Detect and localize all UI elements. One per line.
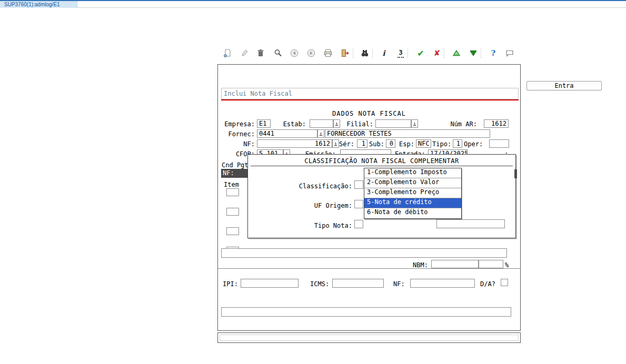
nf-label: NF: bbox=[222, 140, 255, 148]
item-grid-cell[interactable] bbox=[226, 208, 239, 216]
item-description-field[interactable] bbox=[221, 248, 507, 258]
item-grid-cell[interactable] bbox=[226, 188, 239, 196]
fornec-field[interactable]: 0441 bbox=[257, 129, 317, 138]
ser-label: Sér: bbox=[339, 140, 356, 148]
help-icon[interactable]: ? bbox=[488, 47, 499, 59]
item-label: Item bbox=[224, 180, 239, 189]
new-record-icon[interactable] bbox=[222, 47, 233, 59]
fornec-nome-field[interactable]: FORNECEDOR TESTES bbox=[325, 129, 490, 138]
cnd-pgt-label: Cnd Pgt bbox=[222, 161, 249, 169]
edit-icon[interactable] bbox=[240, 47, 250, 59]
last-icon[interactable] bbox=[468, 47, 479, 59]
confirm-icon[interactable]: ✔ bbox=[415, 47, 426, 59]
uf-origem-label: UF Origem: bbox=[294, 201, 352, 210]
message-icon[interactable] bbox=[504, 47, 515, 59]
toolbar-separator bbox=[481, 48, 481, 58]
ipi-label: IPI: bbox=[223, 280, 240, 288]
item-grid-cell[interactable] bbox=[226, 227, 239, 235]
uf-origem-field[interactable] bbox=[354, 200, 363, 208]
modal-title-underline bbox=[251, 166, 513, 166]
esp-field[interactable]: NFC bbox=[416, 139, 431, 148]
empresa-field[interactable]: E1 bbox=[257, 119, 271, 128]
title-underline bbox=[221, 99, 519, 100]
dropdown-item[interactable]: 1-Complemento Imposto bbox=[364, 168, 461, 178]
fornec-label: Fornec: bbox=[222, 130, 255, 138]
toolbar-separator bbox=[353, 48, 353, 58]
tipo-nota-field[interactable] bbox=[354, 220, 363, 228]
ipi-field[interactable] bbox=[241, 279, 299, 288]
entra-button[interactable]: Entra bbox=[526, 81, 602, 90]
classificacao-modal: CLASSIFICAÇÃO NOTA FISCAL COMPLEMENTAR C… bbox=[247, 154, 516, 238]
estab-dropdown-icon[interactable]: ↓ bbox=[333, 119, 340, 128]
filial-dropdown-icon[interactable]: ↓ bbox=[411, 119, 418, 128]
nf-total-label: NF: bbox=[393, 280, 407, 288]
previous-icon[interactable] bbox=[289, 47, 300, 59]
dropdown-item[interactable]: 3-Complemento Preço bbox=[364, 188, 461, 198]
da-label: D/A? bbox=[480, 280, 499, 288]
dropdown-item-selected[interactable]: 5-Nota de crédito bbox=[364, 198, 461, 208]
bottom-message-field bbox=[220, 335, 519, 341]
sub-field[interactable]: 0 bbox=[386, 139, 395, 148]
nf-dropdown-icon[interactable]: ↓ bbox=[332, 139, 339, 148]
icms-field[interactable] bbox=[332, 279, 384, 288]
nf-selected-row[interactable]: NF: bbox=[221, 169, 249, 178]
next-icon[interactable] bbox=[306, 47, 316, 59]
nbm-field-2[interactable] bbox=[479, 260, 503, 268]
classificacao-dropdown-list: 1-Complemento Imposto 2-Complemento Valo… bbox=[364, 168, 462, 219]
tipo-field[interactable]: 1 bbox=[453, 139, 462, 148]
ser-field[interactable]: 1 bbox=[357, 139, 367, 148]
info-icon[interactable]: i bbox=[379, 47, 389, 59]
toolbar-separator bbox=[444, 48, 444, 58]
icms-label: ICMS: bbox=[310, 280, 331, 288]
print-icon[interactable] bbox=[323, 47, 333, 59]
scrollbar-thumb[interactable] bbox=[514, 169, 517, 178]
bottom-message-bar bbox=[217, 332, 521, 343]
classificacao-field[interactable] bbox=[354, 180, 363, 189]
toolbar-separator bbox=[372, 48, 373, 58]
toolbar-separator bbox=[408, 48, 408, 58]
tipo-nota-label: Tipo Nota: bbox=[294, 221, 352, 230]
num-ar-field[interactable]: 1612 bbox=[484, 119, 509, 128]
cancel-icon[interactable]: ✘ bbox=[432, 47, 442, 59]
tab-strip: SUP3760(1):admlog/E1 bbox=[0, 1, 626, 8]
modal-title: CLASSIFICAÇÃO NOTA FISCAL COMPLEMENTAR bbox=[248, 157, 515, 165]
exit-icon[interactable] bbox=[340, 47, 350, 59]
filial-label: Filial: bbox=[346, 120, 373, 128]
status-field bbox=[221, 307, 511, 317]
search-icon[interactable] bbox=[273, 47, 283, 59]
tipo-label: Tipo: bbox=[432, 140, 453, 148]
toolbar: i 3 ✔ ✘ ? bbox=[217, 46, 521, 61]
classificacao-label: Classificação: bbox=[280, 182, 352, 190]
filial-field[interactable] bbox=[375, 119, 411, 128]
num-ar-label: Núm AR: bbox=[449, 120, 477, 128]
nf-field[interactable]: 1612 bbox=[257, 139, 332, 148]
oper-label: Oper: bbox=[464, 140, 485, 148]
esp-label: Esp: bbox=[399, 140, 416, 148]
tipo-nota-desc-field[interactable] bbox=[436, 219, 505, 228]
dropdown-item[interactable]: 2-Complemento Valor bbox=[364, 178, 461, 188]
goto-icon[interactable]: 3 bbox=[395, 47, 406, 59]
da-checkbox[interactable] bbox=[501, 279, 508, 286]
find-icon[interactable] bbox=[360, 47, 370, 59]
nbm-field-1[interactable] bbox=[431, 260, 479, 268]
estab-label: Estab: bbox=[281, 120, 306, 128]
window-title: Inclui Nota Fiscal bbox=[221, 88, 519, 99]
delete-icon[interactable] bbox=[255, 47, 266, 59]
dropdown-item[interactable]: 6-Nota de débito bbox=[364, 208, 461, 218]
nf-total-field[interactable] bbox=[410, 279, 475, 288]
session-tab[interactable]: SUP3760(1):admlog/E1 bbox=[0, 1, 77, 8]
estab-field[interactable] bbox=[310, 119, 333, 128]
oper-field[interactable] bbox=[489, 139, 509, 148]
session-tab-label: SUP3760(1):admlog/E1 bbox=[4, 2, 60, 7]
horizontal-divider bbox=[218, 268, 520, 269]
fornec-dropdown-icon[interactable]: ↓ bbox=[317, 129, 324, 138]
first-icon[interactable] bbox=[451, 47, 462, 59]
empresa-label: Empresa: bbox=[222, 120, 255, 128]
sub-label: Sub: bbox=[369, 140, 386, 148]
section-title: DADOS NOTA FISCAL bbox=[218, 110, 520, 117]
